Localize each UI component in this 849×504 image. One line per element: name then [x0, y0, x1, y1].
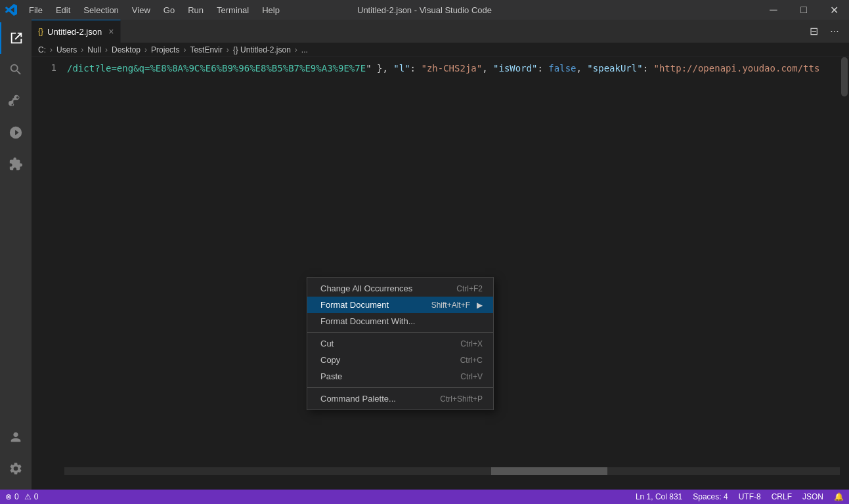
- ctx-shortcut-cut: Ctrl+X: [460, 339, 483, 348]
- more-actions-button[interactable]: ···: [825, 22, 844, 41]
- vscode-logo-icon: [5, 4, 17, 16]
- tab-bar: {} Untitled-2.json × ⊟ ···: [32, 20, 849, 43]
- ctx-format-document[interactable]: Format Document Shift+Alt+F ▶: [307, 297, 493, 313]
- warning-count: 0: [34, 492, 39, 501]
- code-area[interactable]: /dict?le=eng&q=%E8%8A%9C%E6%B9%96%E8%B5%…: [64, 57, 840, 490]
- main-layout: {} Untitled-2.json × ⊟ ··· C: › Users › …: [0, 20, 849, 490]
- line-number-1: 1: [32, 62, 56, 73]
- horizontal-scrollbar[interactable]: [64, 467, 840, 475]
- status-language[interactable]: JSON: [797, 490, 829, 504]
- ctx-cut[interactable]: Cut Ctrl+X: [307, 335, 493, 352]
- token-link: /dict?le=eng&q=%E8%8A%9C%E6%B9%96%E8%B5%…: [67, 63, 366, 74]
- token-colon-2: :: [537, 63, 548, 74]
- menu-selection[interactable]: Selection: [77, 3, 125, 18]
- window-title: Untitled-2.json - Visual Studio Code: [357, 5, 492, 15]
- error-count: 0: [14, 492, 19, 501]
- status-bar-right: Ln 1, Col 831 Spaces: 4 UTF-8 CRLF JSON …: [630, 490, 849, 504]
- breadcrumb-testenvir[interactable]: TestEnvir: [190, 45, 222, 54]
- status-encoding[interactable]: UTF-8: [733, 490, 766, 504]
- token-colon-1: :: [410, 63, 422, 74]
- ctx-paste[interactable]: Paste Ctrl+V: [307, 368, 493, 385]
- activity-account[interactable]: [0, 421, 32, 453]
- ctx-label-format-doc-with: Format Document With...: [320, 316, 415, 326]
- line-numbers: 1: [32, 57, 64, 490]
- menu-edit[interactable]: Edit: [49, 3, 77, 18]
- ctx-shortcut-command-palette: Ctrl+Shift+P: [440, 394, 483, 404]
- token-comma-2: ,: [577, 63, 588, 74]
- tab-file-icon: {}: [38, 27, 43, 36]
- ctx-label-cut: Cut: [320, 339, 334, 348]
- editor-area: {} Untitled-2.json × ⊟ ··· C: › Users › …: [32, 20, 849, 490]
- breadcrumb-desktop[interactable]: Desktop: [112, 45, 141, 54]
- status-errors-warnings[interactable]: ⊗ 0 ⚠ 0: [0, 490, 43, 504]
- tab-label: Untitled-2.json: [47, 27, 102, 37]
- token-key-isword: "isWord": [493, 63, 537, 74]
- menu-view[interactable]: View: [125, 3, 157, 18]
- status-bar-left: ⊗ 0 ⚠ 0: [0, 490, 43, 504]
- activity-extensions[interactable]: [0, 148, 32, 180]
- status-line-ending[interactable]: CRLF: [766, 490, 797, 504]
- ctx-copy[interactable]: Copy Ctrl+C: [307, 352, 493, 368]
- activity-explorer[interactable]: [0, 22, 32, 54]
- ctx-format-document-with[interactable]: Format Document With...: [307, 313, 493, 329]
- menu-help[interactable]: Help: [255, 3, 286, 18]
- vertical-scrollbar[interactable]: [840, 57, 849, 490]
- warning-icon: ⚠: [24, 492, 32, 501]
- title-bar-left: File Edit Selection View Go Run Terminal…: [0, 3, 286, 18]
- code-line-1: /dict?le=eng&q=%E8%8A%9C%E6%B9%96%E8%B5%…: [64, 62, 840, 75]
- ctx-change-all-occurrences[interactable]: Change All Occurrences Ctrl+F2: [307, 280, 493, 297]
- ctx-label-change-all: Change All Occurrences: [320, 284, 412, 293]
- close-button[interactable]: ✕: [819, 0, 849, 20]
- menu-run[interactable]: Run: [181, 3, 210, 18]
- token-key-l: "l": [393, 63, 410, 74]
- activity-bar-bottom: [0, 421, 32, 490]
- status-spaces[interactable]: Spaces: 4: [687, 490, 733, 504]
- ctx-shortcut-change-all: Ctrl+F2: [456, 284, 483, 293]
- ctx-label-format-doc: Format Document: [320, 300, 389, 310]
- maximize-button[interactable]: □: [789, 0, 819, 20]
- activity-search[interactable]: [0, 54, 32, 85]
- scrollbar-thumb[interactable]: [841, 57, 848, 96]
- status-bar: ⊗ 0 ⚠ 0 Ln 1, Col 831 Spaces: 4 UTF-8 CR…: [0, 490, 849, 504]
- breadcrumb: C: › Users › Null › Desktop › Projects ›…: [32, 43, 849, 57]
- title-bar: File Edit Selection View Go Run Terminal…: [0, 0, 849, 20]
- ctx-label-command-palette: Command Palette...: [320, 394, 396, 404]
- editor-content[interactable]: 1 /dict?le=eng&q=%E8%8A%9C%E6%B9%96%E8%B…: [32, 57, 849, 490]
- activity-source-control[interactable]: [0, 85, 32, 117]
- horizontal-scrollbar-thumb[interactable]: [491, 467, 607, 475]
- split-editor-button[interactable]: ⊟: [804, 22, 823, 41]
- ctx-shortcut-copy: Ctrl+C: [460, 356, 483, 365]
- status-position[interactable]: Ln 1, Col 831: [630, 490, 687, 504]
- tab-actions: ⊟ ···: [804, 22, 849, 41]
- token-comma-1: ,: [482, 63, 493, 74]
- notifications-icon: 🔔: [834, 492, 844, 501]
- menu-go[interactable]: Go: [157, 3, 181, 18]
- breadcrumb-ellipsis[interactable]: ...: [301, 45, 308, 54]
- active-tab[interactable]: {} Untitled-2.json ×: [32, 20, 121, 43]
- menu-bar: File Edit Selection View Go Run Terminal…: [22, 3, 286, 18]
- token-key-speakurl: "speakUrl": [587, 63, 642, 74]
- breadcrumb-projects[interactable]: Projects: [151, 45, 179, 54]
- activity-bar: [0, 20, 32, 490]
- ctx-shortcut-paste: Ctrl+V: [460, 372, 483, 381]
- menu-terminal[interactable]: Terminal: [210, 3, 255, 18]
- breadcrumb-drive[interactable]: C:: [38, 45, 46, 54]
- token-colon-3: :: [643, 63, 654, 74]
- ctx-separator-2: [307, 387, 493, 388]
- ctx-shortcut-format-doc: Shift+Alt+F ▶: [431, 301, 483, 310]
- tab-close-button[interactable]: ×: [108, 26, 114, 37]
- ctx-command-palette[interactable]: Command Palette... Ctrl+Shift+P: [307, 390, 493, 407]
- minimize-button[interactable]: ─: [758, 0, 789, 20]
- activity-settings[interactable]: [0, 453, 32, 484]
- breadcrumb-file[interactable]: {} Untitled-2.json: [233, 45, 291, 54]
- menu-file[interactable]: File: [22, 3, 49, 18]
- token-bool: false: [548, 63, 576, 74]
- window-controls: ─ □ ✕: [758, 0, 849, 20]
- ctx-label-copy: Copy: [320, 355, 340, 365]
- breadcrumb-null[interactable]: Null: [87, 45, 101, 54]
- activity-run-debug[interactable]: [0, 117, 32, 148]
- token-punct: " },: [366, 63, 393, 74]
- breadcrumb-users[interactable]: Users: [56, 45, 77, 54]
- token-str-url: "http://openapi.youdao.com/tts: [654, 63, 820, 74]
- status-notifications-button[interactable]: 🔔: [829, 490, 849, 504]
